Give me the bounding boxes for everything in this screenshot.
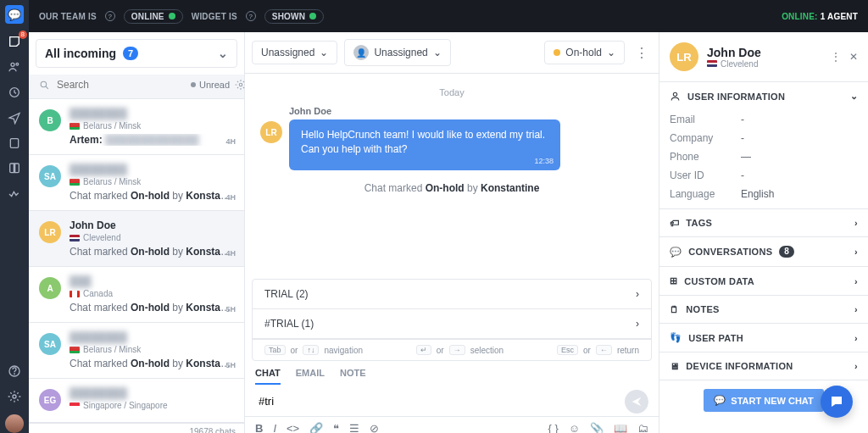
saved-replies-icon[interactable]: 🗂 (637, 422, 648, 433)
nav-campaigns[interactable] (7, 110, 22, 125)
link-icon[interactable]: 🔗 (309, 422, 323, 433)
row-avatar: EG (39, 389, 61, 411)
svg-point-5 (14, 374, 15, 375)
suggestion-item[interactable]: TRIAL (2)› (253, 280, 651, 309)
composer-tabs: CHAT EMAIL NOTE (245, 361, 659, 385)
inbox-row[interactable]: SA ████████ Belarus / Minsk Chat marked … (29, 323, 244, 379)
list-icon[interactable]: ☰ (349, 422, 359, 433)
emoji-icon[interactable]: ☺ (569, 422, 580, 433)
section-notes[interactable]: 🗒 NOTES › (659, 296, 868, 323)
nav-knowledge[interactable] (7, 161, 22, 176)
chat-icon: 💬 (670, 247, 682, 258)
inbox-list: B ████████ Belarus / Minsk Artem: ██████… (29, 99, 244, 423)
inbox-filter-dropdown[interactable]: All incoming 7 ⌄ (36, 39, 237, 68)
row-age: 4H (225, 137, 236, 146)
nav-rail: 💬 8 (0, 0, 29, 433)
clear-format-icon[interactable]: ⊘ (370, 422, 379, 433)
nav-history[interactable] (7, 85, 22, 100)
kb-icon[interactable]: 📖 (614, 422, 627, 433)
bold-icon[interactable]: B (255, 422, 263, 433)
inbox-row[interactable]: LR John Doe Clevelend Chat marked On-hol… (29, 211, 244, 267)
user-info-header[interactable]: USER INFORMATION⌄ (659, 82, 868, 110)
template-icon[interactable]: { } (548, 422, 558, 433)
row-name: John Doe (70, 219, 234, 231)
quote-icon[interactable]: ❝ (333, 422, 339, 433)
flag-icon (70, 347, 80, 353)
flag-icon (70, 291, 80, 297)
unread-toggle[interactable]: Unread (191, 80, 230, 90)
svg-point-0 (11, 63, 14, 66)
row-avatar: LR (39, 221, 61, 243)
section-custom-data[interactable]: ⊞ CUSTOM DATA › (659, 267, 868, 295)
nav-settings[interactable] (7, 389, 22, 404)
status-dot-icon (169, 13, 175, 19)
contact-location: Clevelend (707, 59, 761, 69)
svg-rect-3 (10, 139, 18, 148)
search-input[interactable] (55, 78, 186, 92)
tab-chat[interactable]: CHAT (255, 368, 281, 385)
chevron-right-icon: › (636, 288, 639, 300)
send-button[interactable] (625, 390, 648, 414)
composer-input[interactable] (255, 388, 625, 414)
row-avatar: SA (39, 165, 61, 187)
chat-log: Today John Doe LR Hello HelpCrunch team!… (245, 74, 659, 279)
section-tags[interactable]: 🏷 TAGS › (659, 209, 868, 236)
panel-more-icon[interactable]: ⋮ (831, 51, 841, 63)
current-user-avatar[interactable] (5, 414, 24, 433)
chat-more-menu[interactable]: ⋮ (632, 40, 652, 66)
inbox-panel: All incoming 7 ⌄ Unread B ████████ Belar… (29, 32, 245, 433)
row-name: ███ (70, 275, 234, 287)
assign-agent-dropdown[interactable]: 👤Unassigned ⌄ (344, 39, 450, 66)
status-dropdown[interactable]: On-hold ⌄ (544, 41, 625, 64)
status-dot-icon (309, 13, 316, 19)
chevron-down-icon: ⌄ (850, 91, 858, 102)
row-location: Belarus / Minsk (70, 345, 234, 354)
inbox-row[interactable]: SA ████████ Belarus / Minsk Chat marked … (29, 155, 244, 211)
inbox-row[interactable]: B ████████ Belarus / Minsk Artem: ██████… (29, 99, 244, 155)
assign-team-dropdown[interactable]: Unassigned ⌄ (252, 41, 337, 64)
team-help-icon[interactable]: ? (105, 11, 115, 21)
info-field: LanguageEnglish (659, 185, 868, 203)
section-conversations[interactable]: 💬 CONVERSATIONS8 › (659, 237, 868, 266)
chat-widget-fab[interactable] (821, 386, 853, 418)
nav-help[interactable] (7, 364, 22, 379)
section-user-path[interactable]: 👣 USER PATH › (659, 324, 868, 352)
tab-note[interactable]: NOTE (340, 368, 366, 385)
widget-status-pill[interactable]: SHOWN (264, 9, 324, 24)
widget-status-label: WIDGET IS (192, 12, 237, 21)
nav-contacts[interactable] (7, 59, 22, 75)
panel-close-icon[interactable]: ✕ (849, 51, 858, 63)
keyboard-hints: Tabor↑↓navigation ↵or→selection Escor←re… (253, 339, 651, 360)
nav-reports[interactable] (7, 186, 22, 202)
chat-toolbar: Unassigned ⌄ 👤Unassigned ⌄ On-hold ⌄ ⋮ (245, 32, 659, 74)
italic-icon[interactable]: I (273, 422, 276, 433)
svg-point-8 (239, 83, 242, 86)
info-field: Email- (659, 110, 868, 129)
team-status-pill[interactable]: ONLINE (124, 9, 183, 24)
nav-inbox[interactable]: 8 (7, 34, 22, 49)
inbox-filter-count: 7 (123, 47, 138, 60)
inbox-row[interactable]: A ███ Canada Chat marked On-hold by Kons… (29, 267, 244, 323)
attach-icon[interactable]: 📎 (590, 422, 604, 433)
svg-point-6 (13, 395, 16, 398)
row-name: ████████ (70, 164, 234, 175)
message-bubble: Hello HelpCrunch team! I would like to e… (289, 119, 560, 170)
row-preview: Chat marked On-hold by Konstantine (70, 302, 234, 314)
inbox-badge: 8 (19, 31, 27, 39)
app-logo[interactable]: 💬 (5, 5, 24, 24)
row-avatar: B (39, 109, 61, 131)
chevron-right-icon: › (854, 218, 858, 228)
suggestion-item[interactable]: #TRIAL (1)› (253, 309, 651, 339)
section-device-information[interactable]: 🖥 DEVICE INFORMATION › (659, 353, 868, 380)
widget-help-icon[interactable]: ? (246, 11, 256, 21)
nav-templates[interactable] (7, 136, 22, 151)
start-new-chat-button[interactable]: 💬START NEW CHAT (704, 389, 823, 412)
row-age: 4H (225, 249, 236, 258)
inbox-row[interactable]: EG ████████ Singapore / Singapore (29, 379, 244, 423)
path-icon: 👣 (670, 332, 682, 343)
code-icon[interactable]: <> (287, 422, 299, 433)
row-location: Belarus / Minsk (70, 177, 234, 186)
tab-email[interactable]: EMAIL (296, 368, 325, 385)
inbox-total: 19678 chats (29, 423, 244, 433)
row-avatar: SA (39, 333, 61, 355)
